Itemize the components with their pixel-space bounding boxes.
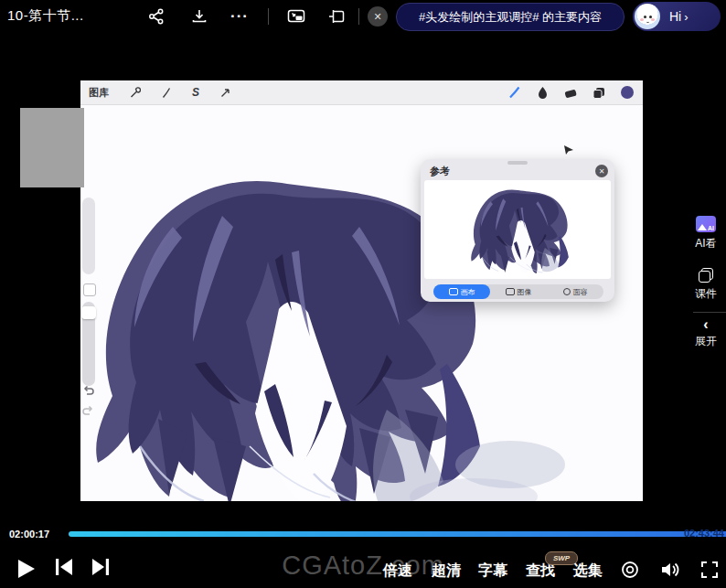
sidebar-item-label: 展开 — [695, 334, 717, 349]
canvas-icon — [449, 288, 458, 295]
smudge-tool-icon[interactable] — [537, 86, 549, 99]
sidebar-item-courseware[interactable]: 课件 — [686, 268, 726, 302]
drag-handle[interactable] — [507, 161, 528, 165]
progress-bar[interactable] — [69, 531, 726, 537]
sidebar-item-expand[interactable]: ‹ 展开 — [686, 319, 726, 349]
avatar — [635, 4, 660, 29]
toolbar-divider — [268, 8, 269, 25]
picture-in-picture-icon[interactable] — [285, 5, 307, 27]
slider-handle[interactable] — [81, 306, 96, 319]
player-controls: 倍速 超清 字幕 查找 SWP 选集 — [0, 549, 726, 588]
reference-panel[interactable]: 参考 ✕ 画布 图像 面容 — [421, 159, 614, 302]
ai-assistant-button[interactable]: Hi › — [633, 2, 721, 31]
play-icon[interactable] — [17, 559, 36, 579]
adjustments-icon[interactable] — [161, 87, 172, 99]
gallery-button[interactable]: 图库 — [89, 86, 109, 100]
topic-pill[interactable]: #头发绘制的主观调控# 的主要内容 — [396, 3, 625, 31]
video-surface[interactable]: 图库 S — [0, 33, 726, 521]
brush-tool-icon[interactable] — [508, 86, 521, 99]
tab-image[interactable]: 图像 — [490, 284, 547, 299]
redo-icon[interactable] — [82, 405, 94, 416]
ai-watch-icon: AI — [696, 216, 716, 232]
more-icon[interactable]: ··· — [229, 5, 251, 27]
sidebar-divider — [693, 312, 726, 313]
close-icon[interactable]: ✕ — [368, 6, 388, 27]
download-icon[interactable] — [188, 5, 210, 27]
previous-episode-icon[interactable] — [56, 559, 73, 575]
mini-window-icon[interactable] — [326, 5, 347, 27]
toolbar-divider — [358, 8, 359, 25]
image-icon — [506, 288, 515, 295]
share-icon[interactable] — [145, 5, 167, 27]
chevron-right-icon: › — [684, 10, 688, 24]
undo-icon[interactable] — [82, 385, 94, 396]
procreate-toolbar: 图库 S — [80, 80, 643, 105]
total-time: 02:43:44 — [684, 528, 724, 539]
color-swatch[interactable] — [621, 86, 634, 99]
reference-panel-title: 参考 — [430, 165, 450, 178]
sidebar-item-ai-watch[interactable]: AI AI看 — [686, 216, 726, 251]
video-title: 10-第十节... — [7, 7, 84, 25]
tab-canvas[interactable]: 画布 — [433, 284, 490, 299]
reference-image — [424, 180, 611, 279]
sidebar-item-label: AI看 — [695, 236, 716, 251]
modify-button[interactable] — [83, 283, 96, 296]
subtitles-button[interactable]: 字幕 — [478, 561, 507, 581]
reference-tab-bar: 画布 图像 面容 — [433, 284, 603, 299]
transform-arrow-icon[interactable] — [219, 87, 231, 99]
next-episode-icon[interactable] — [91, 559, 109, 575]
quality-button[interactable]: 超清 — [432, 561, 461, 581]
tab-face[interactable]: 面容 — [547, 284, 603, 299]
courseware-icon — [699, 268, 713, 283]
fullscreen-icon[interactable] — [700, 561, 719, 579]
sidebar-item-label: 课件 — [695, 286, 717, 302]
brush-size-slider[interactable] — [82, 198, 95, 274]
eraser-tool-icon[interactable] — [564, 87, 577, 99]
procreate-canvas: 图库 S — [80, 80, 643, 501]
settings-icon[interactable] — [621, 561, 639, 579]
episodes-button[interactable]: 选集 — [573, 561, 603, 581]
selection-tool-icon[interactable]: S — [192, 86, 199, 99]
close-icon[interactable]: ✕ — [595, 165, 608, 177]
assistant-label: Hi — [669, 9, 681, 24]
layers-icon[interactable] — [593, 87, 605, 99]
actions-wrench-icon[interactable] — [129, 87, 141, 99]
mouse-cursor-icon — [563, 144, 574, 155]
volume-icon[interactable] — [660, 561, 680, 579]
chevron-left-icon: ‹ — [703, 319, 708, 330]
top-bar: 10-第十节... ··· ✕ #头发绘制的主观调控# 的主要内容 — [0, 0, 726, 33]
current-time: 02:00:17 — [9, 529, 49, 540]
face-icon — [563, 288, 571, 295]
gray-overlay-box — [20, 108, 84, 187]
speed-button[interactable]: 倍速 — [383, 561, 412, 581]
